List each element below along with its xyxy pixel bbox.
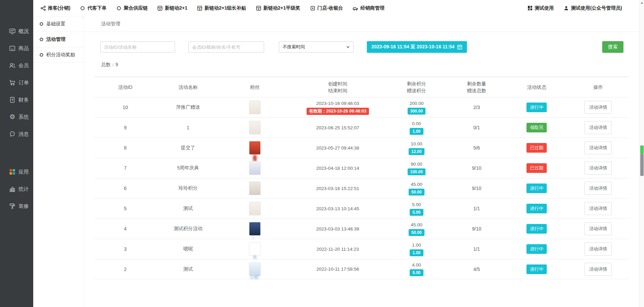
overview-icon <box>9 28 16 35</box>
points-cell: 45.0050.00 <box>386 181 447 196</box>
time-type-value: 不搜索时间 <box>283 44 305 50</box>
status-cell: 进行中 <box>506 103 567 112</box>
member-search-input[interactable] <box>188 42 264 52</box>
deco-icon <box>9 203 16 210</box>
activity-detail-button[interactable]: 活动详情 <box>584 101 612 114</box>
sidebar-item-order[interactable]: 订单 <box>0 74 33 91</box>
activity-detail-button[interactable]: 活动详情 <box>584 263 612 276</box>
nav-liandong[interactable]: 新链动2+1 <box>157 5 187 11</box>
scrollbar-thumb-green[interactable] <box>640 145 644 154</box>
nav-store-cashier[interactable]: 门店-收银台 <box>310 5 343 11</box>
svg-text:¥: ¥ <box>11 98 13 102</box>
fan-cell <box>220 118 290 138</box>
sidebar-item-goods[interactable]: 商品 <box>0 40 33 57</box>
main-content: 活动管理 不搜索时间 2023-09-16 11:54 至 2023-10-16… <box>84 16 639 307</box>
col-quantity: 剩余数量赠送总数 <box>447 80 506 94</box>
action-cell: 活动详情 <box>568 162 629 175</box>
account-switcher[interactable]: 测试使用 <box>528 5 554 11</box>
fan-avatar <box>249 181 261 195</box>
sidebar-item-system[interactable]: ⚙ 系统 <box>0 108 33 126</box>
sidebar-item-member[interactable]: 会员 <box>0 57 33 74</box>
submenu-item-basic-settings[interactable]: 基础设置 <box>33 16 84 32</box>
quantity-cell: 9/10 <box>447 165 506 171</box>
points-badge: 1.00 <box>410 128 423 135</box>
activity-detail-button[interactable]: 活动详情 <box>584 222 612 235</box>
action-cell: 活动详情 <box>568 222 629 235</box>
nav-liandong-pingji[interactable]: 新链动2+1平级奖 <box>256 5 300 11</box>
status-cell: 进行中 <box>506 264 567 274</box>
nav-daike[interactable]: 代客下单 <box>80 5 107 11</box>
date-range-button[interactable]: 2023-09-16 11:54 至 2023-10-16 11:54 <box>367 41 467 53</box>
points-left: 200.00 <box>386 101 447 107</box>
sidebar-item-overview[interactable]: 概况 <box>0 23 33 40</box>
time-type-select[interactable]: 不搜索时间 <box>279 42 354 52</box>
created-time: 2023-03-13 10:14:45 <box>289 205 386 212</box>
status-cell: 进行中 <box>506 244 567 254</box>
status-cell: 进行中 <box>506 224 567 234</box>
action-cell: 活动详情 <box>568 182 629 195</box>
sidebar-item-finance[interactable]: ¥ 财务 <box>0 91 33 108</box>
activity-name: 嗯呢 <box>156 246 220 252</box>
fan-avatar <box>249 101 261 114</box>
page-title: 活动管理 <box>101 21 120 27</box>
points-left: 5.00 <box>386 202 447 208</box>
submenu-item-points-reward[interactable]: 积分活动奖励 <box>33 47 84 63</box>
activity-id: 4 <box>95 226 156 232</box>
points-cell: 0.001.00 <box>386 121 447 135</box>
nav-supply[interactable]: 聚合供应链 <box>116 5 148 11</box>
fan-avatar <box>249 262 261 276</box>
points-left: 45.00 <box>386 181 447 188</box>
time-cell: 2023-03-13 10:14:45 <box>289 205 386 212</box>
table-row: 8 提交了 2023-05-27 09:44:38 10.0012.00 5/6… <box>95 138 629 158</box>
filter-bar: 不搜索时间 2023-09-16 11:54 至 2023-10-16 11:5… <box>84 32 639 53</box>
submenu-panel: 基础设置 活动管理 积分活动奖励 <box>33 16 84 307</box>
member-icon <box>9 62 16 69</box>
page-header: 活动管理 <box>84 16 639 32</box>
sidebar-item-label: 统计 <box>18 186 29 192</box>
activity-name: 测试 <box>156 266 220 272</box>
table-row: 5 测试 2023-03-13 10:14:45 5.005.00 1/1 进行… <box>95 198 629 219</box>
nav-liandong-butie[interactable]: 新链动2+1组长补贴 <box>197 5 246 11</box>
points-left: 1.00 <box>386 242 447 248</box>
activity-detail-button[interactable]: 活动详情 <box>584 202 612 215</box>
circle-icon <box>40 38 43 41</box>
submenu-item-activity-management[interactable]: 活动管理 <box>33 32 84 47</box>
scroll-up-arrow-icon[interactable] <box>641 2 643 4</box>
activity-detail-button[interactable]: 活动详情 <box>584 182 612 195</box>
sidebar-item-deco[interactable]: 装修 <box>0 198 33 215</box>
sidebar-item-label: 装修 <box>18 203 29 210</box>
total-value: 9 <box>115 62 118 67</box>
activity-detail-button[interactable]: 活动详情 <box>584 243 612 256</box>
points-badge: 5.00 <box>410 269 423 276</box>
sidebar-item-apps[interactable]: 应用 <box>0 163 33 180</box>
activity-detail-button[interactable]: 活动详情 <box>584 162 612 175</box>
fan-cell <box>220 138 290 158</box>
points-cell: 5.005.00 <box>386 202 447 216</box>
activity-detail-button[interactable]: 活动详情 <box>584 141 612 154</box>
current-user[interactable]: 测试使用(公众号管理员) <box>564 5 622 11</box>
fan-avatar <box>249 121 261 134</box>
sidebar-item-stats[interactable]: 统计 <box>0 180 33 198</box>
col-time: 创建时间结束时间 <box>289 80 386 94</box>
search-button[interactable]: 搜索 <box>602 41 623 53</box>
submenu-label: 基础设置 <box>46 21 65 27</box>
action-cell: 活动详情 <box>568 141 629 154</box>
circle-icon <box>40 53 43 57</box>
nav-label: 门店-收银台 <box>318 5 343 11</box>
nav-tuike[interactable]: 推客(分销) <box>40 5 70 11</box>
activity-detail-button[interactable]: 活动详情 <box>584 121 612 134</box>
sidebar-item-label: 系统 <box>18 114 29 120</box>
sidebar-item-label: 会员 <box>18 62 29 69</box>
created-time: 2023-04-18 12:00:14 <box>289 165 386 172</box>
fan-cell <box>220 158 290 178</box>
activity-search-input[interactable] <box>100 42 175 52</box>
sidebar-item-message[interactable]: 消息 <box>0 126 33 143</box>
sidebar-item-label: 消息 <box>18 131 29 138</box>
user-label: 测试使用(公众号管理员) <box>571 5 622 11</box>
status-cell: 进行中 <box>506 184 567 193</box>
vertical-scrollbar[interactable] <box>639 0 644 307</box>
scrollbar-thumb[interactable] <box>640 154 644 176</box>
nav-dealer[interactable]: 经销商管理 <box>352 5 384 11</box>
status-badge: 进行中 <box>527 224 547 234</box>
fan-cell <box>220 199 290 219</box>
